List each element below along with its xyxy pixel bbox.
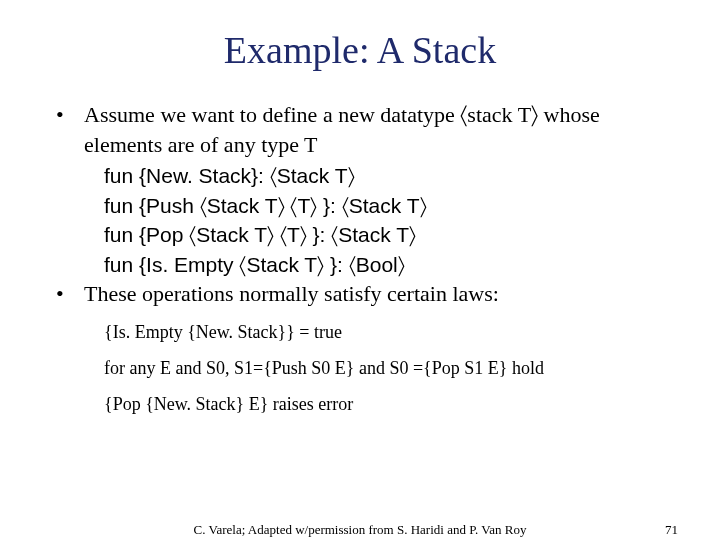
slide-title: Example: A Stack xyxy=(50,28,670,72)
signature-line: fun {Push 〈Stack T〉 〈T〉 }: 〈Stack T〉 xyxy=(104,191,670,220)
signature-line: fun {Pop 〈Stack T〉 〈T〉 }: 〈Stack T〉 xyxy=(104,220,670,249)
footer-credit: C. Varela; Adapted w/permission from S. … xyxy=(0,522,720,538)
bullet-item: • These operations normally satisfy cert… xyxy=(50,279,670,309)
bullet-text: Assume we want to define a new datatype … xyxy=(84,100,670,159)
signature-line: fun {New. Stack}: 〈Stack T〉 xyxy=(104,161,670,190)
page-number: 71 xyxy=(665,522,678,538)
slide-body: • Assume we want to define a new datatyp… xyxy=(50,100,670,417)
bullet-item: • Assume we want to define a new datatyp… xyxy=(50,100,670,159)
bullet-marker: • xyxy=(50,100,84,159)
slide: Example: A Stack • Assume we want to def… xyxy=(0,0,720,540)
law-line: {Pop {New. Stack} E} raises error xyxy=(104,391,670,417)
law-line: {Is. Empty {New. Stack}} = true xyxy=(104,319,670,345)
signature-line: fun {Is. Empty 〈Stack T〉 }: 〈Bool〉 xyxy=(104,250,670,279)
bullet-text: These operations normally satisfy certai… xyxy=(84,279,670,309)
bullet-marker: • xyxy=(50,279,84,309)
law-line: for any E and S0, S1={Push S0 E} and S0 … xyxy=(104,355,670,381)
